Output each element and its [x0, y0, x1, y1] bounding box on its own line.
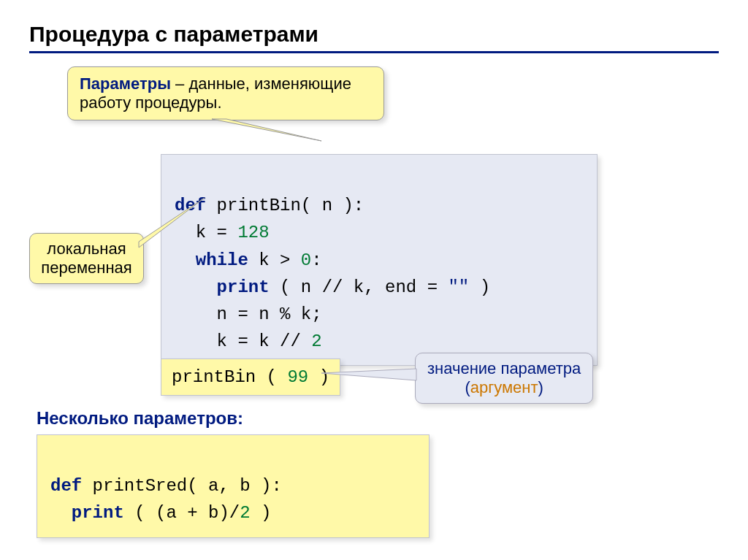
code-multi-l2c: ) — [251, 503, 272, 523]
pointer-params — [212, 119, 343, 148]
code-l1b: printBin( n ): — [206, 196, 364, 215]
kw-def2: def — [50, 476, 82, 496]
code-main: def printBin( n ): k = 128 while k > 0: … — [161, 154, 598, 366]
pointer-argvalue — [321, 364, 424, 386]
code-multi: def printSred( a, b ): print ( (a + b)/2… — [37, 434, 430, 538]
callout-localvar: локальная переменная — [29, 233, 144, 284]
code-call-n: 99 — [287, 367, 308, 387]
code-l4s: "" — [448, 277, 469, 297]
argvalue-line1: значение параметра — [427, 359, 581, 377]
code-l4b: ( n // k, end = — [270, 277, 449, 297]
pointer-localvar — [139, 198, 212, 249]
code-call: printBin ( 99 ) — [161, 358, 340, 396]
term-parameters: Параметры — [80, 74, 171, 93]
argvalue-open: ( — [465, 378, 470, 396]
code-multi-l1b: printSred( a, b ): — [82, 476, 282, 496]
code-l3c: : — [311, 250, 321, 270]
code-l3b: k > — [248, 250, 301, 270]
subheading-multi: Несколько параметров: — [37, 408, 243, 429]
code-call-a: printBin ( — [172, 367, 287, 387]
code-l6a: k = k // — [175, 331, 311, 351]
code-l5: n = n % k; — [175, 304, 322, 324]
svg-marker-0 — [212, 119, 321, 141]
callout-argvalue: значение параметра (аргумент) — [415, 353, 593, 404]
content-area: Параметры – данные, изменяющие работу пр… — [29, 66, 719, 541]
code-multi-l2b: ( (a + b)/ — [124, 503, 240, 523]
code-l4c: ) — [469, 277, 490, 297]
code-multi-l2n: 2 — [240, 503, 250, 523]
kw-print2: print — [50, 503, 124, 523]
argvalue-close: ) — [538, 378, 543, 396]
argvalue-arg: аргумент — [470, 378, 538, 396]
code-l2n: 128 — [237, 223, 269, 242]
code-l3n: 0 — [301, 250, 311, 270]
svg-marker-2 — [321, 369, 416, 380]
callout-parameters: Параметры – данные, изменяющие работу пр… — [67, 66, 384, 120]
slide-title: Процедура с параметрами — [29, 22, 719, 53]
kw-print: print — [175, 277, 270, 297]
svg-marker-1 — [139, 198, 205, 248]
code-l6n: 2 — [311, 331, 321, 351]
kw-while: while — [175, 250, 248, 270]
